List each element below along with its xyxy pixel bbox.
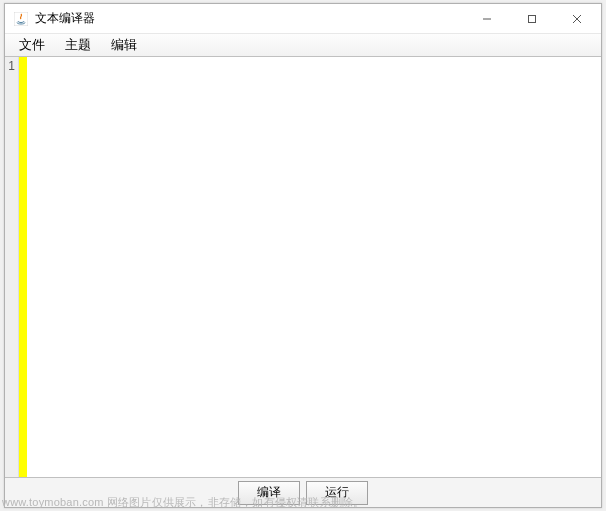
minimize-icon	[482, 14, 492, 24]
text-editor[interactable]	[27, 57, 601, 477]
editor-area: 1	[5, 57, 601, 477]
java-icon	[13, 11, 29, 27]
app-window: 文本编译器 文件 主题 编辑	[4, 3, 602, 508]
window-controls	[464, 4, 599, 33]
svg-rect-2	[528, 15, 535, 22]
menu-file[interactable]: 文件	[9, 34, 55, 56]
menu-edit[interactable]: 编辑	[101, 34, 147, 56]
run-button[interactable]: 运行	[306, 481, 368, 505]
close-icon	[572, 14, 582, 24]
compile-button[interactable]: 编译	[238, 481, 300, 505]
minimize-button[interactable]	[464, 4, 509, 33]
titlebar: 文本编译器	[5, 4, 601, 34]
maximize-button[interactable]	[509, 4, 554, 33]
button-bar: 编译 运行	[5, 477, 601, 507]
window-title: 文本编译器	[35, 10, 464, 27]
maximize-icon	[527, 14, 537, 24]
close-button[interactable]	[554, 4, 599, 33]
highlight-strip	[19, 57, 27, 477]
line-number: 1	[5, 59, 15, 73]
line-number-gutter: 1	[5, 57, 19, 477]
menubar: 文件 主题 编辑	[5, 34, 601, 57]
menu-theme[interactable]: 主题	[55, 34, 101, 56]
